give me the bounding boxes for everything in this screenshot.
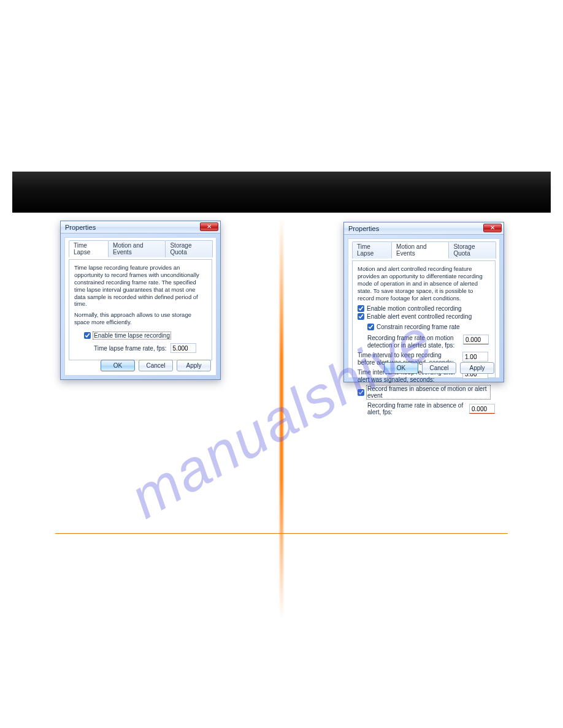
enable-time-lapse-label: Enable time lapse recording	[93, 332, 170, 339]
tab-time-lapse[interactable]: Time Lapse	[69, 240, 109, 257]
constrain-rate-input[interactable]	[367, 324, 374, 330]
dialog-frame: Time Lapse Motion and Events Storage Quo…	[61, 233, 220, 379]
tab-panel: Motion and alert controlled recording fe…	[352, 260, 496, 378]
rate-absence-label: Recording frame rate in absence of alert…	[367, 402, 465, 415]
button-row: OK Cancel Apply	[101, 360, 211, 371]
tab-storage-quota[interactable]: Storage Quota	[448, 241, 496, 259]
enable-alert-checkbox[interactable]: Enable alert event controlled recording	[358, 313, 472, 320]
enable-motion-label: Enable motion controlled recording	[367, 305, 462, 312]
dialog-title: Properties	[348, 225, 379, 232]
rate-detection-input[interactable]	[463, 335, 489, 344]
enable-time-lapse-input[interactable]	[84, 332, 91, 339]
enable-alert-label: Enable alert event controlled recording	[367, 313, 472, 320]
enable-motion-checkbox[interactable]: Enable motion controlled recording	[358, 305, 462, 312]
tab-time-lapse[interactable]: Time Lapse	[352, 241, 392, 259]
rate-detection-label: Recording frame rate on motion detection…	[367, 335, 459, 349]
cancel-button[interactable]: Cancel	[422, 362, 456, 374]
record-absence-input[interactable]	[358, 389, 364, 396]
frame-rate-label: Time lapse frame rate, fps:	[94, 345, 167, 352]
before-interval-input[interactable]	[462, 352, 488, 362]
header-band	[12, 172, 551, 213]
cancel-button[interactable]: Cancel	[139, 360, 173, 371]
tab-storage-quota[interactable]: Storage Quota	[165, 240, 213, 257]
close-icon[interactable]: ✕	[483, 224, 502, 232]
titlebar[interactable]: Properties ✕	[344, 222, 504, 235]
rate-absence-input[interactable]	[469, 404, 495, 414]
tab-panel: Time lapse recording feature provides an…	[69, 259, 212, 360]
description: Motion and alert controlled recording fe…	[358, 265, 490, 301]
description-1: Time lapse recording feature provides an…	[74, 264, 207, 308]
properties-dialog-motion-events: Properties ✕ Time Lapse Motion and Event…	[343, 222, 504, 382]
apply-button[interactable]: Apply	[177, 360, 211, 371]
frame-rate-input[interactable]	[170, 343, 196, 353]
record-absence-checkbox[interactable]: Record frames in absence of motion or al…	[358, 385, 490, 399]
tab-strip: Time Lapse Motion and Events Storage Quo…	[352, 241, 496, 259]
enable-time-lapse-checkbox[interactable]: Enable time lapse recording	[84, 332, 170, 339]
tab-strip: Time Lapse Motion and Events Storage Quo…	[69, 240, 212, 257]
close-icon[interactable]: ✕	[200, 222, 218, 231]
constrain-rate-checkbox[interactable]: Constrain recording frame rate	[367, 324, 460, 330]
properties-dialog-time-lapse: Properties ✕ Time Lapse Motion and Event…	[60, 221, 221, 380]
ok-button[interactable]: OK	[101, 360, 135, 371]
apply-button[interactable]: Apply	[460, 362, 494, 374]
column-divider	[280, 219, 283, 618]
dialog-body: Time Lapse Motion and Events Storage Quo…	[348, 238, 500, 378]
ok-button[interactable]: OK	[384, 362, 418, 374]
titlebar[interactable]: Properties ✕	[61, 221, 220, 233]
enable-motion-input[interactable]	[358, 305, 364, 312]
dialog-body: Time Lapse Motion and Events Storage Quo…	[64, 237, 216, 376]
record-absence-label: Record frames in absence of motion or al…	[367, 385, 490, 399]
button-row: OK Cancel Apply	[384, 362, 494, 374]
dialog-frame: Time Lapse Motion and Events Storage Quo…	[344, 235, 504, 382]
dialog-title: Properties	[65, 224, 96, 231]
tab-motion-events[interactable]: Motion and Events	[108, 240, 166, 257]
tab-motion-events[interactable]: Motion and Events	[391, 241, 449, 259]
enable-alert-input[interactable]	[358, 313, 364, 320]
constrain-rate-label: Constrain recording frame rate	[377, 324, 460, 330]
description-2: Normally, this approach allows to use st…	[74, 311, 207, 326]
